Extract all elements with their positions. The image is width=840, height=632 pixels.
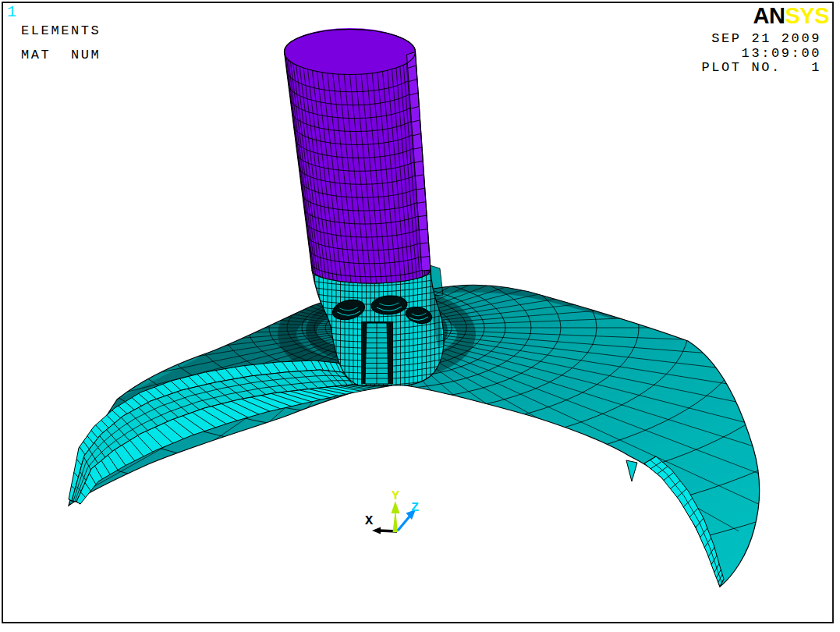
plot-time: 13:09:00 xyxy=(701,47,821,62)
triad-x-label: X xyxy=(365,513,373,528)
ansys-logo: ANSYS xyxy=(753,5,829,27)
info-block: ANSYS SEP 21 2009 13:09:00 PLOT NO. 1 xyxy=(701,0,821,76)
model-canvas xyxy=(0,0,840,632)
ansys-logo-an: AN xyxy=(753,3,785,28)
plot-date: SEP 21 2009 xyxy=(701,32,821,47)
plot-number: PLOT NO. 1 xyxy=(701,61,821,76)
collar-front-slot xyxy=(361,321,393,384)
ansys-logo-sys: SYS xyxy=(785,3,829,28)
legend-display-option: MAT NUM xyxy=(21,48,101,62)
ansys-graphics-window[interactable]: 1 ELEMENTS MAT NUM ANSYS SEP 21 2009 13:… xyxy=(0,0,840,632)
orientation-triad xyxy=(372,501,416,534)
triad-y-label: Y xyxy=(392,488,399,503)
triad-z-label: Z xyxy=(411,500,419,515)
legend-display-type: ELEMENTS xyxy=(21,23,101,38)
nozzle-cylinder xyxy=(285,30,431,284)
plot-sequence-number: 1 xyxy=(7,3,16,21)
